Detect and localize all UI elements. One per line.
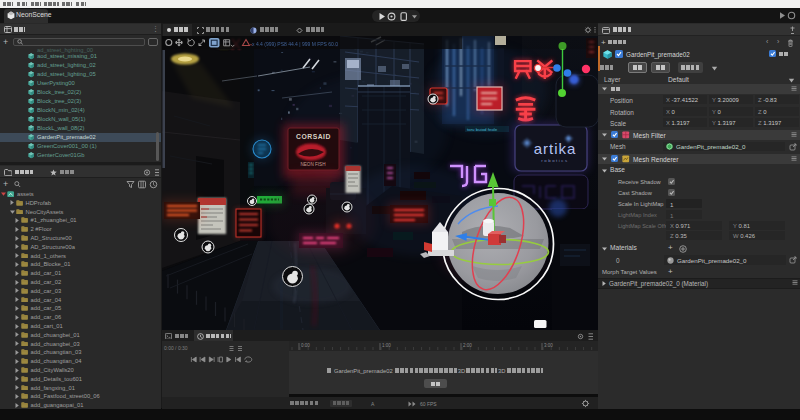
- svg-text:2:00: 2:00: [463, 343, 472, 348]
- svg-text:1:00: 1:00: [382, 343, 391, 348]
- svg-text:3:00: 3:00: [544, 343, 553, 348]
- svg-text:CORSAID: CORSAID: [296, 133, 331, 140]
- svg-text:x 4.4 (999) PS8 44.4 | 999 M F: x 4.4 (999) PS8 44.4 | 999 M FPS 60.0: [252, 41, 338, 47]
- svg-text:artika: artika: [533, 140, 576, 157]
- svg-text:toru buiod feole: toru buiod feole: [467, 127, 498, 132]
- svg-text:0:00: 0:00: [301, 343, 310, 348]
- svg-text:NEON FISH: NEON FISH: [300, 162, 325, 167]
- svg-text:robotics: robotics: [541, 158, 568, 163]
